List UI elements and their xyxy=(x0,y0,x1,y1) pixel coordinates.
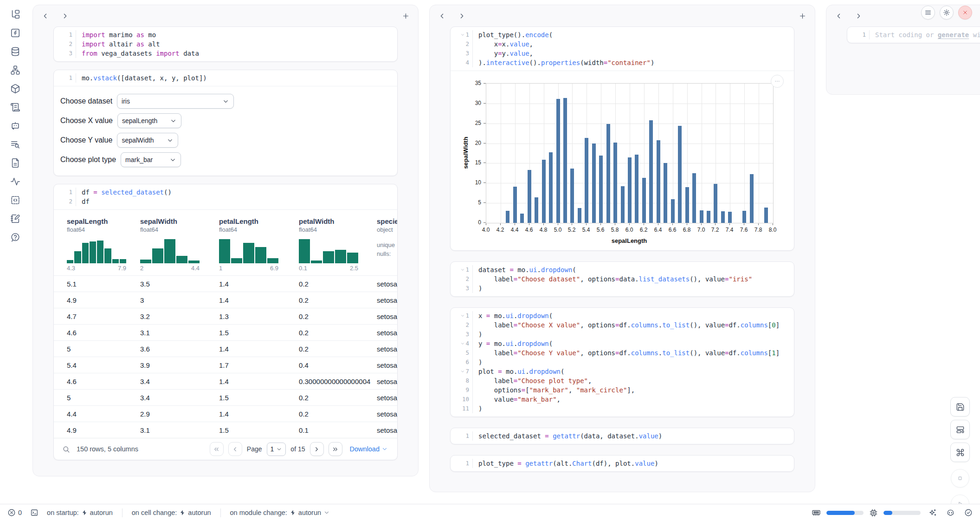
column-histogram[interactable] xyxy=(219,239,278,263)
chart-bar[interactable] xyxy=(685,187,689,223)
add-cell-button[interactable] xyxy=(798,11,807,21)
chart-bar[interactable] xyxy=(578,208,581,223)
column-histogram[interactable] xyxy=(140,239,200,263)
column-next-button[interactable] xyxy=(457,11,467,21)
fold-chevron-icon[interactable] xyxy=(460,33,465,37)
sidebar-item-file-text[interactable] xyxy=(9,157,21,169)
chart-bar[interactable] xyxy=(506,211,509,223)
code-editor[interactable]: 1dataset = mo.ui.dropdown(2 label="Choos… xyxy=(451,262,794,296)
code-editor[interactable]: 1plot_type = getattr(alt.Chart(df), plot… xyxy=(451,456,794,471)
chart-bar[interactable] xyxy=(628,157,632,223)
stop-button[interactable] xyxy=(951,469,969,488)
menu-button[interactable] xyxy=(921,6,935,20)
dropdown-choose-dataset[interactable]: iris xyxy=(117,94,234,109)
generate-with-ai-link[interactable]: generate xyxy=(938,31,969,39)
chart-bar[interactable] xyxy=(764,208,768,223)
chart-bar[interactable] xyxy=(692,173,696,223)
chart-bar[interactable] xyxy=(520,214,524,223)
first-page-button[interactable] xyxy=(210,442,224,456)
chart-bar[interactable] xyxy=(621,186,625,223)
sidebar-item-code-square[interactable] xyxy=(9,194,21,206)
fold-chevron-icon[interactable] xyxy=(460,313,465,318)
chart-bar[interactable] xyxy=(570,169,574,223)
table-row[interactable]: 4.63.11.50.2setosa xyxy=(54,324,397,340)
column-next-button[interactable] xyxy=(854,11,864,21)
terminal-button[interactable] xyxy=(28,508,40,518)
altair-bar-chart[interactable]: 4.04.24.44.64.85.05.25.45.65.86.06.26.46… xyxy=(457,74,787,250)
add-cell-button[interactable] xyxy=(401,11,411,21)
sidebar-item-activity[interactable] xyxy=(9,176,21,188)
table-column-header[interactable]: sepalWidthfloat6424.4 xyxy=(140,217,219,272)
page-select[interactable]: 1 xyxy=(267,443,286,456)
table-row[interactable]: 4.73.21.30.2setosa xyxy=(54,308,397,324)
chart-bar[interactable] xyxy=(721,211,725,223)
table-row[interactable]: 53.41.50.2setosa xyxy=(54,389,397,405)
chart-bar[interactable] xyxy=(549,152,553,223)
table-row[interactable]: 5.43.91.70.4setosa xyxy=(54,357,397,373)
chart-bar[interactable] xyxy=(649,120,653,223)
chart-bar[interactable] xyxy=(513,187,517,223)
table-row[interactable]: 4.63.41.40.30000000000000004setosa xyxy=(54,373,397,389)
column-histogram[interactable] xyxy=(299,239,358,263)
table-column-header[interactable]: petalWidthfloat640.12.5 xyxy=(299,217,377,272)
chart-bar[interactable] xyxy=(613,143,617,223)
fold-chevron-icon[interactable] xyxy=(460,341,465,346)
chart-bar[interactable] xyxy=(678,126,682,223)
last-page-button[interactable] xyxy=(329,442,342,456)
on-module-change-setting[interactable]: on module change: autorun xyxy=(228,508,332,517)
connection-status-button[interactable] xyxy=(962,508,974,518)
chart-bar[interactable] xyxy=(585,138,588,223)
sidebar-item-network[interactable] xyxy=(9,64,21,76)
keyboard-shortcuts-button[interactable] xyxy=(950,443,970,462)
dropdown-choose-plot-type[interactable]: mark_bar xyxy=(121,152,181,167)
shutdown-button[interactable] xyxy=(958,6,972,20)
chart-bar[interactable] xyxy=(563,98,567,223)
sidebar-item-package[interactable] xyxy=(9,83,21,95)
chart-bar[interactable] xyxy=(657,140,660,223)
fold-chevron-icon[interactable] xyxy=(460,369,465,374)
on-cell-change-setting[interactable]: on cell change: autorun xyxy=(130,508,213,517)
table-row[interactable]: 4.931.40.2setosa xyxy=(54,292,397,308)
dropdown-choose-y-value[interactable]: sepalWidth xyxy=(117,133,178,148)
chart-bar[interactable] xyxy=(528,170,531,223)
table-search-button[interactable] xyxy=(60,444,72,454)
next-page-button[interactable] xyxy=(310,442,324,456)
column-prev-button[interactable] xyxy=(437,11,447,21)
table-row[interactable]: 4.42.91.40.2setosa xyxy=(54,405,397,422)
code-editor[interactable]: 1x = mo.ui.dropdown(2 label="Choose X va… xyxy=(451,308,794,417)
code-editor[interactable]: 1selected_dataset = getattr(data, datase… xyxy=(451,428,794,444)
code-editor[interactable]: 1plot_type().encode(2 x=x.value,3 y=y.va… xyxy=(451,27,794,71)
sidebar-item-function-square[interactable] xyxy=(9,27,21,39)
sidebar-item-database[interactable] xyxy=(9,46,21,58)
fold-chevron-icon[interactable] xyxy=(460,267,465,272)
chart-bar[interactable] xyxy=(728,212,732,223)
chart-bar[interactable] xyxy=(592,143,596,223)
table-column-header[interactable]: sepalLengthfloat644.37.9 xyxy=(67,217,140,272)
settings-button[interactable] xyxy=(940,6,954,20)
prev-page-button[interactable] xyxy=(228,442,242,456)
chart-options-button[interactable] xyxy=(771,75,784,88)
table-row[interactable]: 53.61.40.2setosa xyxy=(54,340,397,357)
column-histogram[interactable] xyxy=(67,239,126,263)
chart-bar[interactable] xyxy=(606,124,610,223)
chart-bar[interactable] xyxy=(700,210,703,223)
error-count-button[interactable]: 0 xyxy=(6,508,24,518)
code-editor[interactable]: 1import marimo as mo2import altair as al… xyxy=(54,27,397,61)
column-prev-button[interactable] xyxy=(40,11,50,21)
chart-bar[interactable] xyxy=(664,163,667,223)
column-prev-button[interactable] xyxy=(834,11,844,21)
copilot-button[interactable] xyxy=(944,508,957,518)
layout-button[interactable] xyxy=(950,420,970,439)
sidebar-item-list-search[interactable] xyxy=(9,138,21,150)
on-startup-setting[interactable]: on startup: autorun xyxy=(45,508,115,517)
sidebar-item-help-circle[interactable] xyxy=(9,231,21,243)
table-row[interactable]: 4.93.11.50.1setosa xyxy=(54,422,397,438)
sidebar-item-scroll-text[interactable] xyxy=(9,101,21,113)
chart-bar[interactable] xyxy=(542,160,546,223)
dropdown-choose-x-value[interactable]: sepalLength xyxy=(117,113,181,128)
chart-bar[interactable] xyxy=(742,211,746,223)
sidebar-item-file-tree[interactable] xyxy=(9,8,21,20)
chart-bar[interactable] xyxy=(714,184,717,223)
chart-bar[interactable] xyxy=(750,174,754,223)
column-next-button[interactable] xyxy=(60,11,70,21)
